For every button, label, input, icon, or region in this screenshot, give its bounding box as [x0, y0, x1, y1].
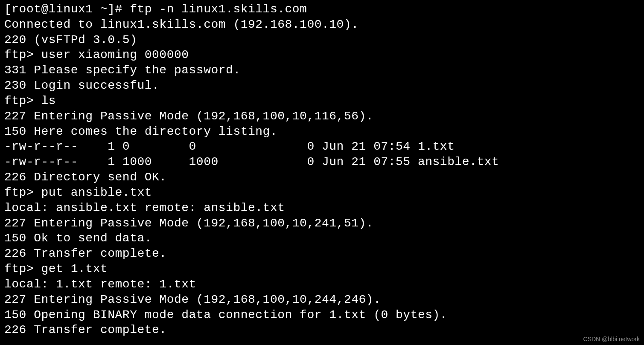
terminal-line: ftp> put ansible.txt	[4, 185, 640, 200]
terminal-line: 230 Login successful.	[4, 78, 640, 93]
terminal-line: ftp> get 1.txt	[4, 261, 640, 277]
watermark-text: CSDN @blbi network	[583, 336, 640, 343]
terminal-output[interactable]: [root@linux1 ~]# ftp -n linux1.skills.co…	[4, 2, 640, 338]
terminal-line: 226 Transfer complete.	[4, 246, 640, 261]
terminal-line: 227 Entering Passive Mode (192,168,100,1…	[4, 109, 640, 124]
terminal-line: -rw-r--r-- 1 0 0 0 Jun 21 07:54 1.txt	[4, 139, 640, 154]
terminal-line: local: 1.txt remote: 1.txt	[4, 277, 640, 292]
terminal-line: local: ansible.txt remote: ansible.txt	[4, 200, 640, 216]
terminal-line: 150 Ok to send data.	[4, 231, 640, 246]
terminal-line: -rw-r--r-- 1 1000 1000 0 Jun 21 07:55 an…	[4, 154, 640, 170]
terminal-line: 150 Opening BINARY mode data connection …	[4, 307, 640, 323]
terminal-line: 150 Here comes the directory listing.	[4, 124, 640, 139]
terminal-line: 226 Directory send OK.	[4, 170, 640, 185]
terminal-line: 227 Entering Passive Mode (192,168,100,1…	[4, 292, 640, 307]
terminal-line: 226 Transfer complete.	[4, 322, 640, 338]
terminal-line: Connected to linux1.skills.com (192.168.…	[4, 17, 640, 32]
terminal-line: 331 Please specify the password.	[4, 63, 640, 78]
terminal-line: 220 (vsFTPd 3.0.5)	[4, 32, 640, 48]
terminal-line: 227 Entering Passive Mode (192,168,100,1…	[4, 216, 640, 231]
terminal-line: [root@linux1 ~]# ftp -n linux1.skills.co…	[4, 2, 640, 17]
terminal-line: ftp> ls	[4, 93, 640, 109]
terminal-line: ftp> user xiaoming 000000	[4, 47, 640, 63]
